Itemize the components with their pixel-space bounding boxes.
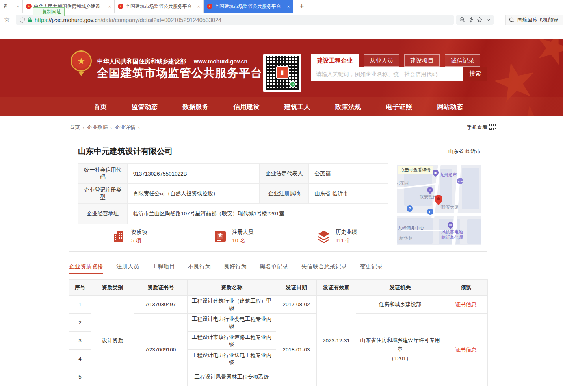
parking-marker-icon: P	[427, 209, 433, 215]
location-map[interactable]: 点击可查看详情 ▣ 九州超市 ATM 记花园 ⌂ 联安现代城 联安大厦 P P …	[397, 165, 481, 245]
col-authority: 发证机关	[356, 280, 444, 296]
address-value: 临沂市兰山区陶然路107号星河晶都（联安）现代城1号楼2201室	[127, 204, 388, 224]
new-tab-button[interactable]: +	[296, 1, 307, 12]
nav-item-credit[interactable]: 信用建设	[233, 103, 259, 111]
issuing-authority: 住房和城乡建设部	[356, 296, 444, 314]
table-row: 企业登记注册类型 有限责任公司（自然人投资或控股） 企业注册属地 山东省-临沂市	[78, 184, 388, 204]
stat-text: 历史业绩 111 个	[336, 229, 357, 244]
header-search-tabs: 建设工程企业 从业人员 建设项目 诚信记录	[311, 54, 480, 67]
browser-tab-partial[interactable]: 界 ×	[0, 0, 22, 13]
mobile-view-label[interactable]: 手机查看	[467, 124, 487, 131]
browser-tab-active[interactable]: ★ 全国建筑市场监管公共服务平台 ×	[203, 0, 293, 13]
tab-blacklist[interactable]: 黑名单记录	[260, 263, 288, 274]
address-bar[interactable]: https://jzsc.mohurd.gov.cn/data/company/…	[16, 15, 454, 25]
company-name: 山东中元建筑设计有限公司	[78, 146, 173, 157]
breadcrumb-company-data[interactable]: 企业数据	[87, 124, 108, 131]
row-index: 1	[69, 296, 91, 314]
qr-code-icon[interactable]	[489, 124, 496, 130]
nav-item-policy[interactable]: 政策法规	[335, 103, 361, 111]
certificate-info-link[interactable]: 证书信息	[455, 347, 477, 353]
copy-icon	[37, 10, 40, 14]
nav-item-data-service[interactable]: 数据服务	[182, 103, 208, 111]
row-index: 4	[69, 350, 91, 368]
nav-item-home[interactable]: 首页	[94, 103, 107, 111]
tab-change-records[interactable]: 变更记录	[360, 263, 383, 274]
chevron-down-icon[interactable]	[486, 18, 491, 21]
map-tooltip: 点击可查看详情	[398, 166, 433, 174]
tab-close-icon[interactable]: ×	[16, 4, 19, 9]
nav-item-site-news[interactable]: 网站动态	[437, 103, 463, 111]
col-index: 序号	[69, 280, 91, 296]
browser-quick-search[interactable]: 国航回应飞机颠簸	[505, 15, 563, 25]
tab-title: 界	[3, 3, 14, 10]
stat-qualifications[interactable]: 资质项 5 项	[78, 229, 182, 244]
col-category: 资质类别	[91, 280, 134, 296]
breadcrumb-home[interactable]: 首页	[70, 124, 80, 131]
table-header-row: 序号 资质类别 资质证书号 资质名称 发证日期 发证有效期 发证机关 预览	[69, 280, 488, 296]
validity-date: 2023-12-31	[317, 296, 356, 386]
nav-item-workers[interactable]: 建筑工人	[284, 103, 310, 111]
tab-title: 全国建筑市场监管公共服务平台	[215, 3, 284, 10]
browser-action-icons	[456, 15, 494, 25]
stat-registered-personnel[interactable]: 注册人员 10 名	[182, 229, 285, 244]
main-nav: 首页 监管动态 数据服务 信用建设 建筑工人 政策法规 电子证照 网站动态	[94, 97, 463, 116]
bookmark-star-icon[interactable]: ☆	[4, 15, 10, 24]
certificate-info-link[interactable]: 证书信息	[455, 301, 477, 307]
detail-tab-bar: 企业资质资格 注册人员 工程项目 不良行为 良好行为 黑名单记录 失信联合惩戒记…	[69, 263, 487, 274]
stat-label: 历史业绩	[336, 229, 357, 236]
stat-historical-performance[interactable]: 历史业绩 111 个	[285, 229, 388, 244]
qr-center-logo: ▮	[276, 66, 289, 79]
shield-icon[interactable]	[20, 17, 25, 23]
site-header: ★ 中华人民共和国住房和城乡建设部www.mohurd.gov.cn 全国建筑市…	[0, 39, 563, 116]
nav-item-e-license[interactable]: 电子证照	[386, 103, 412, 111]
battery-marker-icon: ▤	[446, 221, 455, 229]
url-host: ://jzsc.mohurd.gov.cn	[47, 17, 100, 23]
search-button[interactable]: 搜索	[463, 67, 487, 81]
lightning-icon[interactable]	[469, 17, 474, 23]
tab-registered-personnel[interactable]: 注册人员	[116, 263, 139, 274]
table-row: 统一社会信用代码 91371302675501022B 企业法定代表人 公茂福	[78, 164, 388, 184]
certificate-book-icon	[213, 229, 227, 244]
breadcrumb-separator: ›	[110, 125, 112, 131]
company-stats: 资质项 5 项 注册人员 10 名 历史业绩 111 个	[78, 229, 388, 244]
search-tab-project[interactable]: 建设项目	[404, 54, 440, 67]
search-tab-personnel[interactable]: 从业人员	[364, 54, 399, 67]
tab-close-icon[interactable]: ×	[197, 4, 200, 9]
row-index: 3	[69, 332, 91, 350]
nav-item-supervision[interactable]: 监管动态	[132, 103, 158, 111]
tab-close-icon[interactable]: ×	[108, 4, 111, 9]
tab-bad-behavior[interactable]: 不良行为	[188, 263, 211, 274]
ministry-name: 中华人民共和国住房和城乡建设部www.mohurd.gov.cn	[97, 58, 247, 65]
credit-code-value: 91371302675501022B	[127, 164, 260, 184]
tab-title: 全国建筑市场监管公共服务平台	[126, 3, 195, 10]
ministry-url: www.mohurd.gov.cn	[194, 58, 247, 65]
authority-line: （1201）	[359, 354, 442, 363]
tab-projects[interactable]: 工程项目	[152, 263, 175, 274]
cert-no: A137030497	[134, 296, 188, 314]
search-input[interactable]	[311, 67, 463, 81]
tab-good-behavior[interactable]: 良好行为	[224, 263, 247, 274]
parking-label: P	[409, 207, 411, 211]
qual-name: 工程设计风景园林工程专项乙级	[188, 368, 276, 386]
zoom-out-icon[interactable]	[459, 17, 465, 23]
search-tab-credit[interactable]: 诚信记录	[445, 54, 480, 67]
emblem-favicon-icon: ★	[26, 4, 32, 9]
search-icon	[509, 17, 515, 23]
site-qr-code: ▮ S	[263, 54, 301, 92]
col-issue-date: 发证日期	[276, 280, 317, 296]
favorite-star-icon[interactable]	[477, 17, 483, 23]
qual-category: 设计资质	[91, 296, 134, 386]
stat-text: 注册人员 10 名	[232, 229, 253, 244]
tab-close-icon[interactable]: ×	[287, 4, 290, 9]
browser-tab-jzsc[interactable]: ★ 全国建筑市场监管公共服务平台 ×	[114, 0, 203, 13]
search-tab-enterprise[interactable]: 建设工程企业	[311, 54, 359, 67]
url-path: /data/company/detail?id=0021052912405330…	[100, 17, 221, 23]
col-preview: 预览	[444, 280, 488, 296]
stat-text: 资质项 5 项	[131, 229, 147, 244]
breadcrumb-company-detail[interactable]: 企业详情	[115, 124, 136, 131]
map-road	[397, 213, 481, 216]
row-index: 5	[69, 368, 91, 386]
tab-qualifications[interactable]: 企业资质资格	[69, 263, 103, 274]
emblem-favicon-icon: ★	[118, 4, 123, 9]
tab-dishonesty-records[interactable]: 失信联合惩戒记录	[301, 263, 347, 274]
